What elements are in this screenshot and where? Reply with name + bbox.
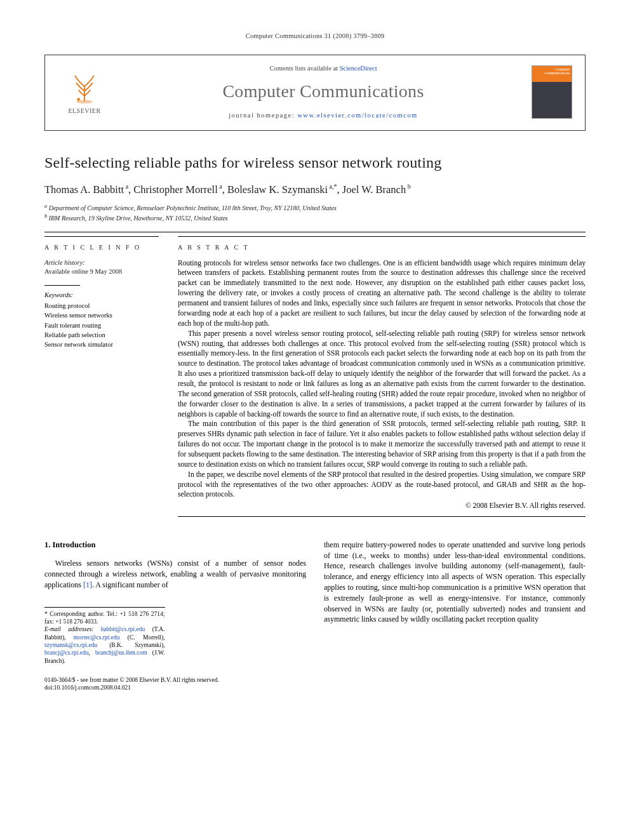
keyword: Fault tolerant routing <box>44 321 159 330</box>
footer-right <box>547 677 586 692</box>
email-link[interactable]: branchj@us.ibm.com <box>95 650 147 656</box>
masthead: ELSEVIER Contents lists available at Sci… <box>44 55 586 131</box>
authors-line: Thomas A. Babbitt a, Christopher Morrell… <box>44 182 586 197</box>
affiliations: a Department of Computer Science, Rensse… <box>44 203 586 223</box>
corresponding-author-note: * Corresponding author. Tel.: +1 518 276… <box>44 610 165 626</box>
footnotes: * Corresponding author. Tel.: +1 518 276… <box>44 607 165 665</box>
keywords-list: Routing protocol Wireless sensor network… <box>44 301 159 349</box>
meta-abstract-row: A R T I C L E I N F O Article history: A… <box>44 236 586 517</box>
footer-left: 0140-3664/$ - see front matter © 2008 El… <box>44 676 219 692</box>
section-heading: 1. Introduction <box>44 540 306 551</box>
elsevier-tree-icon <box>67 69 102 104</box>
citation-link[interactable]: [1] <box>83 580 92 589</box>
author: Thomas A. Babbitt <box>44 183 124 195</box>
journal-cover-image: computer communications <box>532 65 572 119</box>
email-link[interactable]: morrec@cs.rpi.edu <box>74 634 120 641</box>
issn-line: 0140-3664/$ - see front matter © 2008 El… <box>44 676 219 684</box>
affil-marker: a <box>218 183 222 190</box>
body-paragraph: them require battery-powered nodes to op… <box>324 540 586 625</box>
homepage-prefix: journal homepage: <box>229 112 297 119</box>
abstract-column: A B S T R A C T Routing protocols for wi… <box>178 236 586 517</box>
body-columns: 1. Introduction Wireless sensors network… <box>44 540 586 665</box>
meta-divider <box>44 285 80 286</box>
abstract-para: In the paper, we describe novel elements… <box>178 470 586 500</box>
email-who: , <box>88 650 90 656</box>
publisher-logo-block: ELSEVIER <box>54 69 115 116</box>
svg-point-1 <box>77 98 79 101</box>
abstract-body: Routing protocols for wireless sensor ne… <box>178 258 586 500</box>
email-link[interactable]: brancj@cs.rpi.edu <box>44 650 88 656</box>
article-info-column: A R T I C L E I N F O Article history: A… <box>44 236 159 517</box>
running-head: Computer Communications 31 (2008) 3799–3… <box>44 32 586 41</box>
body-left-column: 1. Introduction Wireless sensors network… <box>44 540 306 665</box>
corr-marker: * <box>334 183 337 190</box>
homepage-line: journal homepage: www.elsevier.com/locat… <box>124 111 523 120</box>
affil-marker: b <box>406 183 411 190</box>
sciencedirect-link[interactable]: ScienceDirect <box>340 65 377 72</box>
author: Joel W. Branch <box>342 183 406 195</box>
svg-rect-2 <box>547 679 586 687</box>
email-addresses: E-mail addresses: babbit@cs.rpi.edu (T.A… <box>44 625 165 665</box>
article-title: Self-selecting reliable paths for wirele… <box>44 152 586 173</box>
emails-label: E-mail addresses: <box>44 626 94 632</box>
abstract-bottom-rule <box>178 516 586 517</box>
publisher-name: ELSEVIER <box>68 107 100 116</box>
affiliation-a: a Department of Computer Science, Rensse… <box>44 203 586 213</box>
keywords-label: Keywords: <box>44 291 159 300</box>
email-who: (C. Morrell) <box>128 634 163 641</box>
body-paragraph: Wireless sensors networks (WSNs) consist… <box>44 558 306 590</box>
affil-marker: a, <box>328 183 333 190</box>
abstract-para: The main contribution of this paper is t… <box>178 419 586 469</box>
email-link[interactable]: szymansk@cs.rpi.edu <box>44 642 97 648</box>
page: Computer Communications 31 (2008) 3799–3… <box>0 0 630 717</box>
abstract-para: This paper presents a novel wireless sen… <box>178 329 586 420</box>
author: Christopher Morrell <box>133 183 217 195</box>
homepage-link[interactable]: www.elsevier.com/locate/comcom <box>297 112 418 119</box>
article-history: Article history: Available online 9 May … <box>44 258 159 276</box>
abstract-para: Routing protocols for wireless sensor ne… <box>178 258 586 329</box>
journal-cover-thumb: computer communications <box>532 65 576 119</box>
page-footer: 0140-3664/$ - see front matter © 2008 El… <box>44 676 586 692</box>
history-label: Article history: <box>44 258 159 267</box>
email-who: (B.K. Szymanski) <box>109 642 163 648</box>
journal-title: Computer Communications <box>124 79 523 103</box>
footer-publisher-icon <box>547 677 586 690</box>
abstract-label: A B S T R A C T <box>178 243 586 252</box>
author: Boleslaw K. Szymanski <box>227 183 328 195</box>
keyword: Wireless sensor networks <box>44 310 159 320</box>
contents-prefix: Contents lists available at <box>269 65 339 72</box>
affiliation-a-text: Department of Computer Science, Renssela… <box>49 205 337 212</box>
doi-line: doi:10.1016/j.comcom.2008.04.021 <box>44 684 219 691</box>
keyword: Reliable path selection <box>44 330 159 340</box>
affil-marker: a <box>124 183 128 190</box>
cover-caption: computer communications <box>534 67 570 75</box>
history-value: Available online 9 May 2008 <box>44 267 159 276</box>
section-title: Introduction <box>53 540 96 549</box>
article-info-label: A R T I C L E I N F O <box>44 243 159 252</box>
section-number: 1. <box>44 540 50 549</box>
abstract-copyright: © 2008 Elsevier B.V. All rights reserved… <box>178 501 586 511</box>
email-link[interactable]: babbit@cs.rpi.edu <box>101 626 145 632</box>
body-right-column: them require battery-powered nodes to op… <box>324 540 586 665</box>
affiliation-b-text: IBM Research, 19 Skyline Drive, Hawthorn… <box>49 215 228 222</box>
contents-line: Contents lists available at ScienceDirec… <box>124 64 523 73</box>
divider <box>44 232 586 232</box>
affiliation-b: b IBM Research, 19 Skyline Drive, Hawtho… <box>44 213 586 223</box>
masthead-center: Contents lists available at ScienceDirec… <box>124 64 523 120</box>
keyword: Routing protocol <box>44 301 159 310</box>
keyword: Sensor network simulator <box>44 340 159 349</box>
